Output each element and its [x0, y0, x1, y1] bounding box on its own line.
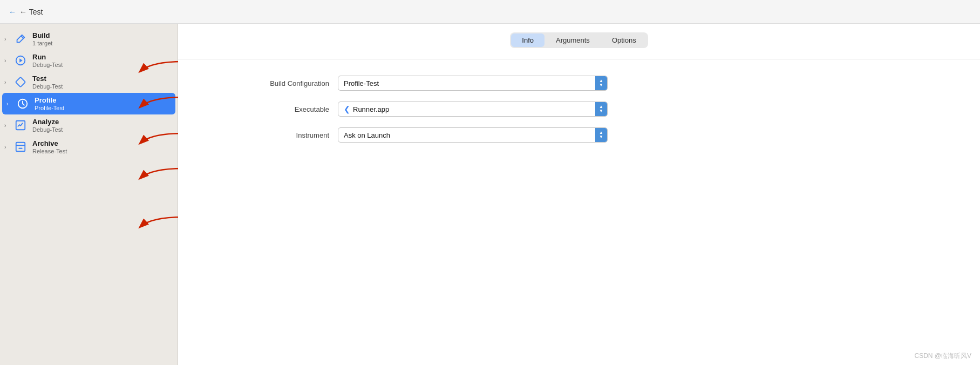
- analyze-icon: [13, 118, 28, 133]
- chevron-right-icon: ›: [6, 101, 15, 107]
- build-item-subtitle: 1 target: [32, 40, 52, 46]
- build-item-text: Build 1 target: [32, 31, 52, 46]
- executable-label: Executable: [221, 105, 329, 113]
- build-config-value: Profile-Test: [338, 76, 595, 90]
- form-area: Build Configuration Profile-Test ▲ ▼ Exe…: [178, 59, 980, 170]
- archive-item-subtitle: Release-Test: [32, 148, 67, 154]
- run-icon: [13, 53, 28, 68]
- test-item-subtitle: Debug-Test: [32, 83, 63, 90]
- right-panel: Info Arguments Options Build Configurati…: [178, 24, 980, 365]
- tab-arguments[interactable]: Arguments: [545, 33, 601, 47]
- sidebar-item-test[interactable]: › Test Debug-Test: [0, 71, 178, 93]
- run-item-subtitle: Debug-Test: [32, 62, 63, 68]
- build-config-select[interactable]: Profile-Test ▲ ▼: [338, 76, 608, 91]
- profile-item-subtitle: Profile-Test: [35, 105, 64, 111]
- analyze-item-subtitle: Debug-Test: [32, 126, 63, 133]
- top-bar-title: ← Test: [19, 8, 43, 16]
- test-icon: [13, 75, 28, 90]
- stepper-down-icon: ▼: [599, 135, 603, 139]
- test-item-name: Test: [32, 75, 63, 83]
- sidebar: › Build 1 target › Run: [0, 24, 178, 365]
- instrument-select[interactable]: Ask on Launch ▲ ▼: [338, 127, 608, 143]
- analyze-item-text: Analyze Debug-Test: [32, 118, 63, 133]
- back-button[interactable]: ←: [9, 8, 16, 16]
- instrument-row: Instrument Ask on Launch ▲ ▼: [221, 127, 937, 143]
- build-config-label: Build Configuration: [221, 79, 329, 87]
- chevron-right-icon: ›: [4, 144, 13, 150]
- run-item-text: Run Debug-Test: [32, 53, 63, 68]
- chevron-right-icon: ›: [4, 36, 13, 42]
- sidebar-item-build[interactable]: › Build 1 target: [0, 28, 178, 50]
- executable-row: Executable ❮ Runner.app ▲ ▼: [221, 102, 937, 117]
- sidebar-item-analyze[interactable]: › Analyze Debug-Test: [0, 114, 178, 136]
- archive-icon: [13, 139, 28, 154]
- executable-select[interactable]: ❮ Runner.app ▲ ▼: [338, 102, 608, 117]
- build-config-stepper[interactable]: ▲ ▼: [595, 76, 607, 90]
- tab-info[interactable]: Info: [511, 33, 545, 47]
- sidebar-item-run[interactable]: › Run Debug-Test: [0, 50, 178, 71]
- build-icon: [13, 31, 28, 46]
- svg-rect-4: [16, 143, 25, 152]
- profile-icon: [15, 96, 30, 111]
- instrument-value: Ask on Launch: [338, 128, 595, 142]
- chevron-right-icon: ›: [4, 79, 13, 85]
- sidebar-item-profile[interactable]: › Profile Profile-Test: [2, 93, 175, 114]
- stepper-down-icon: ▼: [599, 109, 603, 113]
- analyze-item-name: Analyze: [32, 118, 63, 126]
- profile-item-name: Profile: [35, 96, 64, 104]
- top-bar: ← ← Test: [0, 0, 980, 24]
- tab-options[interactable]: Options: [601, 33, 647, 47]
- tabs-container: Info Arguments Options: [178, 24, 980, 59]
- sidebar-item-archive[interactable]: › Archive Release-Test: [0, 136, 178, 158]
- tab-group: Info Arguments Options: [510, 32, 648, 48]
- archive-item-text: Archive Release-Test: [32, 139, 67, 154]
- main-area: › Build 1 target › Run: [0, 24, 980, 365]
- stepper-down-icon: ▼: [599, 83, 603, 87]
- executable-value: ❮ Runner.app: [338, 102, 595, 116]
- instrument-stepper[interactable]: ▲ ▼: [595, 128, 607, 142]
- flutter-icon: ❮: [344, 105, 350, 113]
- run-item-name: Run: [32, 53, 63, 61]
- watermark: CSDN @临海昕风V: [914, 352, 971, 361]
- build-config-row: Build Configuration Profile-Test ▲ ▼: [221, 76, 937, 91]
- profile-item-text: Profile Profile-Test: [35, 96, 64, 111]
- chevron-right-icon: ›: [4, 58, 13, 64]
- test-item-text: Test Debug-Test: [32, 75, 63, 90]
- executable-stepper[interactable]: ▲ ▼: [595, 102, 607, 116]
- chevron-right-icon: ›: [4, 123, 13, 129]
- archive-item-name: Archive: [32, 139, 67, 147]
- svg-rect-1: [16, 77, 25, 87]
- build-item-name: Build: [32, 31, 52, 39]
- instrument-label: Instrument: [221, 131, 329, 139]
